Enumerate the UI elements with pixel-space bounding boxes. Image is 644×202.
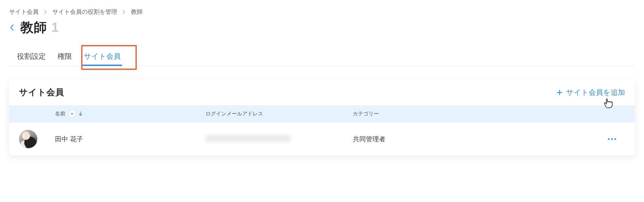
plus-icon <box>556 89 563 96</box>
cell-email <box>206 135 353 144</box>
breadcrumb-item-site-members[interactable]: サイト会員 <box>9 8 39 16</box>
cell-category: 共同管理者 <box>353 135 599 144</box>
breadcrumb: サイト会員 サイト会員の役割を管理 教師 <box>9 8 635 16</box>
page-title-count: 1 <box>51 20 59 34</box>
chevron-right-icon <box>122 10 126 14</box>
column-header-email[interactable]: ログインメールアドレス <box>206 111 353 117</box>
back-button[interactable] <box>9 24 14 31</box>
tab-site-members[interactable]: サイト会員 <box>82 48 122 66</box>
row-more-button[interactable] <box>607 138 617 140</box>
panel-title: サイト会員 <box>19 87 64 98</box>
arrow-down-icon <box>79 111 82 116</box>
sort-toggle[interactable] <box>68 110 76 118</box>
tab-role-settings[interactable]: 役割設定 <box>16 48 47 66</box>
tab-permissions[interactable]: 権限 <box>56 48 73 66</box>
column-header-name[interactable]: 名前 <box>55 110 206 118</box>
breadcrumb-item-teacher: 教師 <box>131 8 143 16</box>
members-panel: サイト会員 サイト会員を追加 名前 <box>9 79 635 155</box>
svg-point-0 <box>608 138 609 140</box>
column-header-category[interactable]: カテゴリー <box>353 111 599 117</box>
table-row: 田中 花子 共同管理者 <box>9 122 635 155</box>
chevron-right-icon <box>44 10 47 14</box>
svg-point-2 <box>614 138 616 140</box>
breadcrumb-item-manage-roles[interactable]: サイト会員の役割を管理 <box>52 8 117 16</box>
page-title: 教師 1 <box>20 18 59 36</box>
tabs: 役割設定 権限 サイト会員 <box>9 48 635 66</box>
add-site-member-label: サイト会員を追加 <box>566 88 625 97</box>
avatar[interactable] <box>19 130 37 148</box>
add-site-member-button[interactable]: サイト会員を追加 <box>556 88 625 97</box>
table-header: 名前 ログインメールアドレス カテゴリー <box>9 105 635 122</box>
redacted-email <box>206 135 291 142</box>
page-title-label: 教師 <box>20 20 47 34</box>
cell-name[interactable]: 田中 花子 <box>55 135 206 144</box>
page-title-row: 教師 1 <box>9 18 635 36</box>
column-header-name-label: 名前 <box>55 111 65 117</box>
panel-header: サイト会員 サイト会員を追加 <box>9 79 635 105</box>
svg-point-1 <box>611 138 613 140</box>
